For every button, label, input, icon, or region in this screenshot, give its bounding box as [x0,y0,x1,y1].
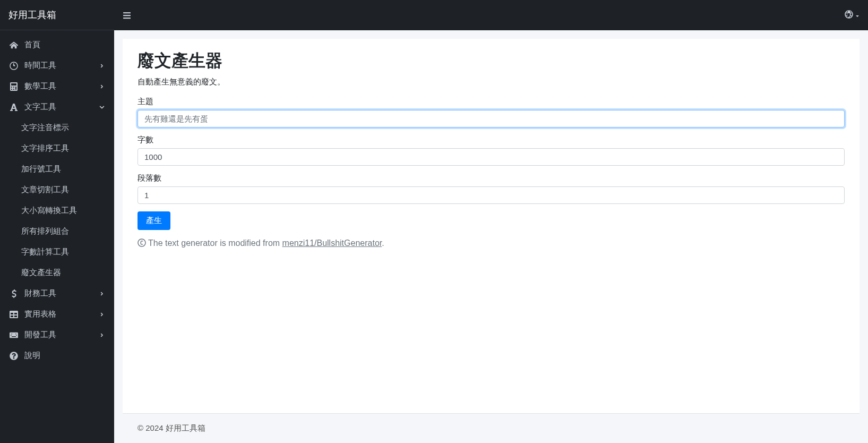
chevron-right-icon [99,311,106,318]
question-icon [8,352,19,360]
sidebar-item-label: 文字排序工具 [21,143,106,154]
sidebar-item-label: 開發工具 [24,330,99,340]
sidebar-item-label: 財務工具 [24,288,99,299]
home-icon [8,41,19,49]
sidebar-item-label: 加行號工具 [21,164,106,174]
sidebar-item-dev[interactable]: 開發工具 [0,325,114,345]
credit-prefix: The text generator is modified from [148,238,282,248]
sidebar-item-time[interactable]: 時間工具 [0,55,114,76]
chevron-right-icon [99,63,106,69]
sidebar-item-home[interactable]: 首頁 [0,35,114,55]
credit-suffix: . [382,238,384,248]
sidebar-subitem-linenumber[interactable]: 加行號工具 [0,159,114,180]
sidebar: 好用工具箱 首頁 時間工具 數學工具 文字工具 文字注音標 [0,0,114,443]
chevron-right-icon [99,332,106,338]
topic-label: 主題 [137,97,845,107]
sidebar-subitem-zhuyin[interactable]: 文字注音標示 [0,117,114,138]
sidebar-item-label: 廢文產生器 [21,268,106,278]
font-icon [8,103,19,112]
paragraphs-input[interactable] [137,186,845,204]
sidebar-item-text[interactable]: 文字工具 [0,97,114,117]
dollar-icon [8,289,19,298]
sidebar-item-label: 大小寫轉換工具 [21,206,106,216]
wordcount-input[interactable] [137,148,845,166]
brand-title[interactable]: 好用工具箱 [0,0,114,30]
sidebar-item-label: 說明 [24,351,106,361]
sidebar-item-label: 文章切割工具 [21,185,106,195]
chevron-right-icon [99,291,106,297]
calculator-icon [8,82,19,91]
sidebar-subitem-sort[interactable]: 文字排序工具 [0,138,114,159]
main-content: 廢文產生器 自動產生無意義的廢文。 主題 字數 段落數 產生 The text … [123,39,860,413]
generate-button[interactable]: 產生 [137,211,170,230]
page-description: 自動產生無意義的廢文。 [137,77,845,87]
chevron-right-icon [99,83,106,90]
credit-text: The text generator is modified from menz… [137,238,845,248]
sidebar-item-tables[interactable]: 實用表格 [0,304,114,325]
sidebar-item-math[interactable]: 數學工具 [0,76,114,97]
sidebar-item-label: 首頁 [24,40,106,50]
paragraphs-label: 段落數 [137,173,845,183]
sidebar-nav: 首頁 時間工具 數學工具 文字工具 文字注音標示 文字排序工具 加行號工具 [0,30,114,370]
sidebar-item-label: 文字工具 [24,102,99,112]
topic-input[interactable] [137,110,845,127]
table-icon [8,310,19,319]
page-title: 廢文產生器 [137,49,845,73]
sidebar-item-label: 時間工具 [24,61,99,71]
globe-icon [845,10,853,21]
footer-text: © 2024 好用工具箱 [137,423,205,432]
sidebar-subitem-permutation[interactable]: 所有排列組合 [0,221,114,242]
sidebar-item-finance[interactable]: 財務工具 [0,283,114,304]
sidebar-subitem-bullshit[interactable]: 廢文產生器 [0,262,114,283]
cc-icon [137,238,146,247]
sidebar-item-help[interactable]: 說明 [0,345,114,366]
sidebar-item-label: 字數計算工具 [21,247,106,257]
sidebar-toggle-button[interactable] [123,11,131,20]
clock-icon [8,62,19,70]
sidebar-subitem-wordcount[interactable]: 字數計算工具 [0,242,114,262]
keyboard-icon [8,331,19,339]
wordcount-label: 字數 [137,135,845,145]
sidebar-item-label: 所有排列組合 [21,226,106,236]
sidebar-subitem-case[interactable]: 大小寫轉換工具 [0,200,114,221]
sidebar-item-label: 實用表格 [24,309,99,319]
chevron-down-icon [99,104,106,110]
caret-down-icon [855,11,860,20]
sidebar-item-label: 數學工具 [24,81,99,91]
language-dropdown[interactable] [845,10,860,21]
sidebar-item-label: 文字注音標示 [21,123,106,133]
sidebar-text-submenu: 文字注音標示 文字排序工具 加行號工具 文章切割工具 大小寫轉換工具 所有排列組… [0,117,114,283]
footer: © 2024 好用工具箱 [123,413,860,443]
top-navbar [114,0,868,30]
sidebar-subitem-split[interactable]: 文章切割工具 [0,180,114,200]
credit-link[interactable]: menzi11/BullshitGenerator [282,238,382,248]
